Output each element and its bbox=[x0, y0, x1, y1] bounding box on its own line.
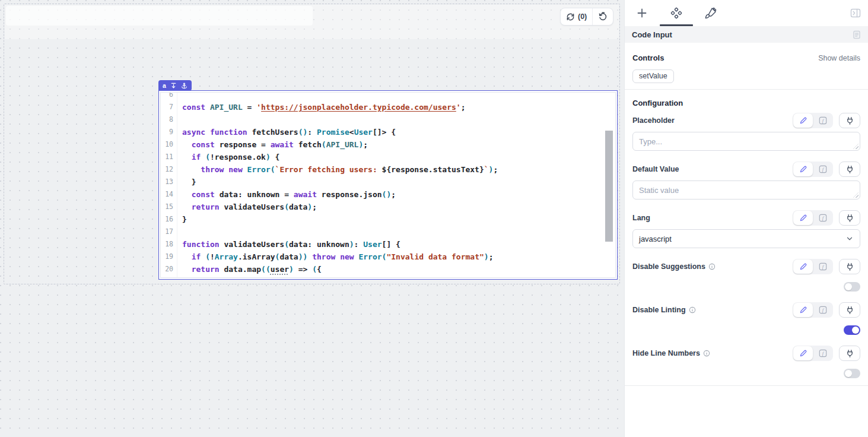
refresh-queries-button[interactable]: (0) bbox=[561, 8, 592, 25]
bind-variable-button[interactable] bbox=[839, 302, 860, 318]
line-number: 12 bbox=[161, 163, 177, 176]
history-button[interactable] bbox=[593, 8, 613, 25]
fx-icon: f bbox=[819, 214, 827, 222]
line-number: 18 bbox=[161, 238, 177, 251]
fx-icon: f bbox=[819, 165, 827, 173]
code-editor[interactable]: 67const API_URL = 'https://jsonplacehold… bbox=[160, 92, 616, 278]
bind-variable-button[interactable] bbox=[839, 210, 860, 226]
expression-mode-button[interactable]: f bbox=[813, 303, 832, 317]
code-text: const response = await fetch(API_URL); bbox=[177, 138, 368, 151]
expression-mode-button[interactable]: f bbox=[813, 211, 832, 225]
static-mode-button[interactable] bbox=[793, 162, 813, 176]
code-text: if (!Array.isArray(data)) throw new Erro… bbox=[177, 251, 493, 263]
code-line[interactable]: 13 } bbox=[161, 176, 615, 188]
static-mode-button[interactable] bbox=[793, 211, 813, 225]
code-line[interactable]: 18function validateUsers(data: unknown):… bbox=[161, 238, 615, 251]
field-label: Disable Linting bbox=[632, 306, 793, 314]
code-text: return data.map((user) => ({ bbox=[177, 263, 322, 276]
chevron-down-icon bbox=[845, 235, 854, 243]
code-line[interactable]: 9async function fetchUsers(): Promise<Us… bbox=[161, 126, 615, 138]
lang-select[interactable]: javascript bbox=[632, 229, 860, 248]
info-icon[interactable] bbox=[703, 350, 710, 357]
expression-mode-button[interactable]: f bbox=[813, 113, 832, 128]
default-value-input[interactable]: Static value bbox=[632, 180, 860, 200]
static-mode-button[interactable] bbox=[793, 259, 813, 274]
docs-icon[interactable] bbox=[853, 30, 861, 39]
placeholder-input[interactable]: Type... bbox=[632, 132, 860, 151]
line-number: 9 bbox=[161, 126, 177, 138]
code-text: const API_URL = 'https://jsonplaceholder… bbox=[177, 101, 465, 113]
bind-variable-button[interactable] bbox=[839, 259, 860, 274]
line-number: 15 bbox=[161, 201, 177, 213]
code-line[interactable]: 10 const response = await fetch(API_URL)… bbox=[161, 138, 615, 151]
code-line[interactable]: 15 return validateUsers(data); bbox=[161, 201, 615, 213]
static-mode-button[interactable] bbox=[793, 346, 813, 360]
code-line[interactable]: 7const API_URL = 'https://jsonplaceholde… bbox=[161, 101, 615, 113]
code-line[interactable]: 8 bbox=[161, 113, 615, 126]
code-line[interactable]: 17 bbox=[161, 226, 615, 238]
code-line[interactable]: 16} bbox=[161, 213, 615, 226]
canvas-controls: (0) bbox=[560, 8, 613, 26]
input-mode-pill: f bbox=[793, 259, 833, 274]
disable-linting-toggle[interactable] bbox=[844, 325, 860, 335]
collapse-panel-button[interactable] bbox=[850, 0, 861, 26]
field-lang: Lang f javascript bbox=[632, 210, 860, 248]
code-line[interactable]: 12 throw new Error(`Error fetching users… bbox=[161, 163, 615, 176]
line-number: 16 bbox=[161, 213, 177, 226]
code-line[interactable]: 14 const data: unknown = await response.… bbox=[161, 188, 615, 201]
anchor-icon[interactable] bbox=[181, 83, 187, 89]
editor-scrollbar[interactable] bbox=[605, 131, 613, 242]
hide-line-numbers-toggle[interactable] bbox=[844, 369, 860, 378]
pencil-icon bbox=[799, 349, 807, 357]
tabs-spacer bbox=[728, 0, 850, 26]
expression-mode-button[interactable]: f bbox=[813, 259, 832, 274]
tab-component-inspector[interactable] bbox=[659, 0, 694, 26]
bind-variable-button[interactable] bbox=[839, 113, 860, 128]
input-mode-pill: f bbox=[793, 302, 833, 318]
expression-mode-button[interactable]: f bbox=[813, 346, 832, 360]
disable-suggestions-toggle[interactable] bbox=[844, 282, 860, 292]
components-icon bbox=[670, 7, 683, 20]
resize-handle[interactable] bbox=[853, 144, 859, 149]
code-line[interactable]: 19 if (!Array.isArray(data)) throw new E… bbox=[161, 251, 615, 263]
plug-icon bbox=[845, 165, 854, 174]
resize-handle[interactable] bbox=[853, 192, 859, 198]
bind-variable-button[interactable] bbox=[839, 346, 860, 361]
input-mode-pill: f bbox=[793, 113, 833, 128]
field-label: Disable Suggestions bbox=[632, 262, 793, 271]
code-line[interactable]: 21 id: user.id, bbox=[161, 276, 615, 278]
input-mode-pill: f bbox=[793, 210, 833, 226]
show-details-link[interactable]: Show details bbox=[818, 54, 860, 62]
code-line[interactable]: 11 if (!response.ok) { bbox=[161, 151, 615, 163]
info-icon[interactable] bbox=[708, 263, 716, 270]
refresh-icon bbox=[566, 12, 575, 21]
dock-down-icon[interactable] bbox=[170, 83, 177, 89]
static-mode-button[interactable] bbox=[793, 303, 813, 317]
line-number: 10 bbox=[161, 138, 177, 151]
static-mode-button[interactable] bbox=[793, 113, 813, 128]
tab-add-component[interactable] bbox=[625, 0, 659, 26]
editor-canvas[interactable]: (0) a bbox=[0, 0, 624, 437]
svg-text:f: f bbox=[822, 307, 824, 313]
svg-text:f: f bbox=[822, 350, 824, 356]
panel-tabs bbox=[625, 0, 868, 26]
line-number: 13 bbox=[161, 176, 177, 188]
line-number: 6 bbox=[161, 92, 177, 101]
code-text bbox=[177, 226, 182, 238]
code-line[interactable]: 6 bbox=[161, 92, 615, 101]
plus-icon bbox=[636, 7, 648, 19]
section-divider bbox=[625, 385, 868, 386]
line-number: 19 bbox=[161, 251, 177, 263]
collapse-panel-icon bbox=[850, 8, 861, 18]
bind-variable-button[interactable] bbox=[839, 162, 860, 177]
code-input-component[interactable]: a 67const API_URL = 'https://jsonplaceho… bbox=[158, 90, 618, 280]
tab-styles[interactable] bbox=[694, 0, 728, 26]
setvalue-method-chip[interactable]: setValue bbox=[632, 69, 674, 83]
svg-text:f: f bbox=[822, 215, 824, 221]
field-label: Placeholder bbox=[632, 116, 793, 125]
pencil-icon bbox=[799, 262, 807, 271]
info-icon[interactable] bbox=[689, 306, 696, 314]
code-line[interactable]: 20 return data.map((user) => ({ bbox=[161, 263, 615, 276]
line-number: 20 bbox=[161, 263, 177, 276]
expression-mode-button[interactable]: f bbox=[813, 162, 832, 176]
